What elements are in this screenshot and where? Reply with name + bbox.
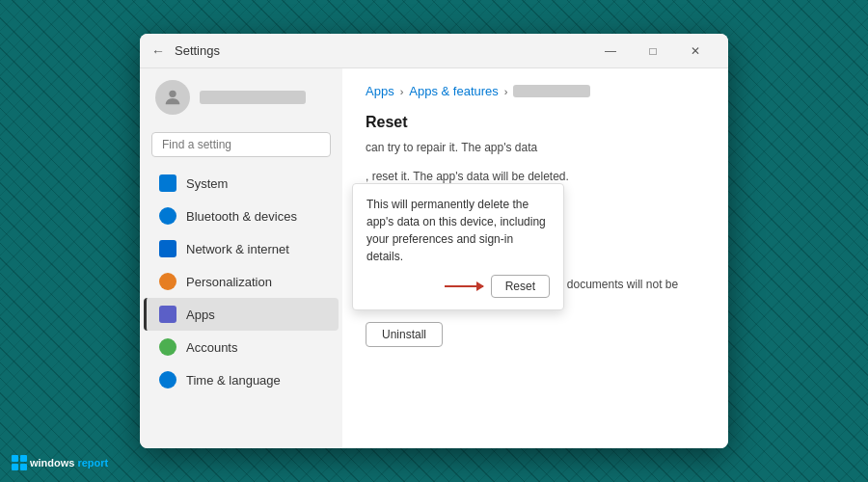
titlebar: ← Settings — □ ✕ [140, 34, 728, 68]
apps-icon [159, 306, 176, 323]
system-icon [159, 174, 176, 192]
sidebar-item-personalization[interactable]: Personalization [144, 265, 339, 298]
tooltip-text: This will permanently delete the app's d… [366, 196, 550, 265]
sidebar-label-system: System [186, 176, 228, 191]
sidebar-label-bluetooth: Bluetooth & devices [186, 209, 297, 224]
back-button[interactable]: ← [151, 43, 165, 59]
bluetooth-icon [159, 207, 176, 225]
uninstall-button[interactable]: Uninstall [366, 322, 443, 347]
breadcrumb-current [513, 85, 590, 97]
close-button[interactable]: ✕ [674, 36, 717, 67]
minimize-button[interactable]: — [589, 36, 632, 67]
reset-text: , reset it. The app's data will be delet… [366, 170, 569, 183]
tooltip-arrow-row: Reset [366, 275, 550, 298]
network-icon [159, 240, 176, 257]
report-text: report [77, 457, 108, 469]
sidebar-label-apps: Apps [186, 308, 215, 322]
windows-report-logo: windows report [12, 455, 108, 470]
sidebar-label-personalization: Personalization [186, 275, 272, 289]
settings-window: ← Settings — □ ✕ System [140, 34, 728, 448]
time-icon [159, 371, 176, 388]
breadcrumb-apps[interactable]: Apps [366, 84, 394, 98]
sidebar-item-bluetooth[interactable]: Bluetooth & devices [144, 200, 339, 232]
watermark: windows report [12, 455, 108, 470]
breadcrumb: Apps › Apps & features › [366, 84, 705, 98]
maximize-button[interactable]: □ [632, 36, 674, 67]
sidebar-item-accounts[interactable]: Accounts [144, 331, 339, 363]
search-input[interactable] [151, 132, 331, 157]
sidebar-label-time: Time & language [186, 373, 281, 388]
tooltip-reset-button[interactable]: Reset [491, 275, 550, 298]
titlebar-left: ← Settings [151, 43, 220, 59]
sidebar-item-system[interactable]: System [144, 167, 339, 200]
personalization-icon [159, 273, 176, 290]
breadcrumb-sep1: › [400, 86, 404, 97]
sidebar-item-apps[interactable]: Apps [144, 298, 339, 331]
sidebar-item-network[interactable]: Network & internet [144, 232, 339, 265]
breadcrumb-sep2: › [504, 86, 508, 97]
avatar [155, 80, 190, 115]
windows-icon [12, 455, 27, 470]
user-area [140, 68, 342, 126]
repair-text: can try to repair it. The app's data [366, 141, 537, 154]
user-name-bar [200, 91, 306, 104]
reset-section-title: Reset [366, 114, 705, 131]
sidebar-label-accounts: Accounts [186, 340, 237, 355]
repair-desc: can try to repair it. The app's data [366, 139, 705, 156]
breadcrumb-features[interactable]: Apps & features [409, 84, 499, 98]
accounts-icon [159, 338, 176, 356]
sidebar-item-time[interactable]: Time & language [144, 363, 339, 396]
sidebar-label-network: Network & internet [186, 242, 289, 256]
arrow-indicator [445, 285, 483, 287]
tooltip-popup: This will permanently delete the app's d… [352, 183, 564, 310]
window-title: Settings [175, 43, 220, 58]
windows-text: windows [30, 457, 74, 469]
svg-point-0 [169, 91, 176, 97]
titlebar-controls: — □ ✕ [589, 36, 717, 67]
